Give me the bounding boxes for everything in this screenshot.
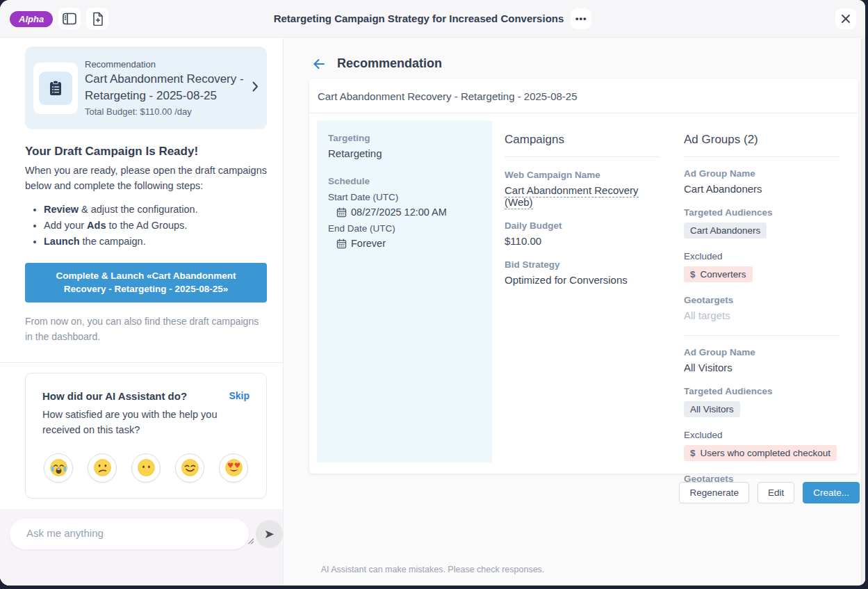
bid-strategy-label: Bid Strategy <box>505 259 660 270</box>
crying-face-icon <box>49 458 68 477</box>
new-document-icon <box>91 12 104 26</box>
new-chat-button[interactable] <box>86 8 108 30</box>
dashboard-note: From now on, you can also find these dra… <box>25 314 267 344</box>
draft-ready-intro: When you are ready, please open the draf… <box>25 163 267 194</box>
excluded-chip: $Converters <box>684 266 753 282</box>
excluded-label: Excluded <box>684 251 840 261</box>
ad-group-name-label: Ad Group Name <box>684 168 840 179</box>
top-bar-center: Retargeting Campaign Strategy for Increa… <box>0 8 865 29</box>
page-title: Recommendation <box>337 56 442 71</box>
chat-panel: Recommendation Cart Abandonment Recovery… <box>0 38 284 586</box>
excluded-chip: $Users who completed checkout <box>684 445 837 461</box>
close-button[interactable] <box>835 8 856 29</box>
arrow-left-icon <box>313 58 325 70</box>
regenerate-button[interactable]: Regenerate <box>679 482 749 503</box>
smiling-face-icon <box>181 458 199 477</box>
dollar-icon: $ <box>690 448 696 458</box>
emoji-confused-button[interactable] <box>88 453 117 483</box>
main-scrollbar-track[interactable] <box>861 38 865 586</box>
daily-budget-value: $110.00 <box>505 235 660 247</box>
end-date-label: End Date (UTC) <box>328 223 481 234</box>
feedback-title: How did our AI Assistant do? <box>42 390 187 402</box>
feedback-card: How did our AI Assistant do? Skip How sa… <box>25 373 267 499</box>
chat-input[interactable] <box>17 520 225 548</box>
draft-step: Launch the campaign. <box>44 236 267 247</box>
top-bar: Alpha Retargeting Cam <box>0 0 865 38</box>
recommendation-kicker: Recommendation <box>85 59 245 70</box>
send-button[interactable]: ➤ <box>256 520 283 548</box>
targeting-label: Targeting <box>328 133 481 143</box>
close-icon <box>841 14 851 24</box>
resize-handle-icon[interactable] <box>247 535 254 547</box>
calendar-icon <box>336 239 347 249</box>
end-date-row: Forever <box>336 238 481 249</box>
emoji-crying-button[interactable] <box>44 453 73 483</box>
start-date-value: 08/27/2025 12:00 AM <box>351 207 447 218</box>
feedback-emoji-row: ♥ ♥ <box>42 453 249 483</box>
ad-group-name-value: All Visitors <box>684 362 840 373</box>
chat-input-area: ➤ <box>0 509 283 586</box>
ad-group-name-value: Cart Abandoners <box>684 183 840 195</box>
chevron-right-icon[interactable] <box>252 81 260 95</box>
ellipsis-icon: ••• <box>575 13 587 24</box>
schedule-label: Schedule <box>328 176 481 186</box>
daily-budget-label: Daily Budget <box>505 220 660 231</box>
ad-group-item: Ad Group Name All Visitors Targeted Audi… <box>684 335 840 500</box>
ad-groups-column: Ad Groups (2) Ad Group Name Cart Abandon… <box>673 120 851 462</box>
draft-ready-heading: Your Draft Campaign Is Ready! <box>25 145 267 159</box>
emoji-neutral-button[interactable] <box>131 453 161 483</box>
svg-text:♥: ♥ <box>227 461 233 469</box>
create-button[interactable]: Create... <box>803 482 860 503</box>
complete-launch-button[interactable]: Complete & Launch «Cart Abandonment Reco… <box>25 263 267 302</box>
targeted-audiences-label: Targeted Audiences <box>684 386 840 396</box>
alpha-badge: Alpha <box>10 11 53 27</box>
detail-card-title: Cart Abandonment Recovery - Retargeting … <box>309 79 858 113</box>
recommendation-card-title: Cart Abandonment Recovery - Retargeting … <box>85 71 245 104</box>
edit-button[interactable]: Edit <box>758 482 794 503</box>
feedback-question: How satisfied are you with the help you … <box>42 408 230 438</box>
sidebar-toggle-button[interactable] <box>58 8 81 30</box>
section-divider <box>0 362 283 363</box>
campaigns-heading: Campaigns <box>505 124 660 157</box>
more-options-button[interactable]: ••• <box>571 8 591 29</box>
no-mouth-face-icon <box>137 458 156 477</box>
recommendation-card-text: Recommendation Cart Abandonment Recovery… <box>85 59 245 117</box>
calendar-icon <box>336 207 347 218</box>
recommendation-panel: Recommendation Cart Abandonment Recovery… <box>284 38 865 586</box>
start-date-label: Start Date (UTC) <box>328 192 481 202</box>
dollar-icon: $ <box>690 269 696 280</box>
web-campaign-name-link[interactable]: Cart Abandonment Recovery (Web) <box>505 184 639 209</box>
feedback-skip-link[interactable]: Skip <box>229 390 249 401</box>
targeting-value: Retargeting <box>328 147 481 159</box>
draft-step: Add your Ads to the Ad Groups. <box>44 220 267 231</box>
heart-eyes-face-icon: ♥ ♥ <box>224 458 243 477</box>
recommendation-summary-card[interactable]: Recommendation Cart Abandonment Recovery… <box>25 47 267 129</box>
audience-chip: Cart Abandoners <box>684 223 767 239</box>
send-arrow-icon: ➤ <box>264 526 275 542</box>
end-date-value: Forever <box>351 238 386 249</box>
recommendation-header: Recommendation <box>313 56 865 71</box>
geotargets-label: Geotargets <box>684 295 840 305</box>
back-button[interactable] <box>313 58 325 70</box>
emoji-heart-eyes-button[interactable]: ♥ ♥ <box>219 453 248 483</box>
ad-groups-heading: Ad Groups (2) <box>684 124 840 157</box>
recommendation-detail-card: Cart Abandonment Recovery - Retargeting … <box>309 79 858 474</box>
campaigns-column: Campaigns Web Campaign Name Cart Abandon… <box>493 120 671 462</box>
ad-group-name-label: Ad Group Name <box>684 347 840 357</box>
assistant-window: Alpha Retargeting Cam <box>0 0 865 586</box>
recommendation-icon-bg <box>39 72 72 105</box>
targeted-audiences-label: Targeted Audiences <box>684 207 840 218</box>
svg-text:♥: ♥ <box>234 461 240 469</box>
start-date-row: 08/27/2025 12:00 AM <box>336 207 481 218</box>
ad-group-item: Ad Group Name Cart Abandoners Targeted A… <box>684 168 840 321</box>
targeting-column: Targeting Retargeting Schedule Start Dat… <box>317 120 492 462</box>
geotargets-value: All targets <box>684 309 840 321</box>
feedback-header: How did our AI Assistant do? Skip <box>42 390 249 402</box>
confused-face-icon <box>93 458 112 477</box>
conversation-title: Retargeting Campaign Strategy for Increa… <box>274 13 564 24</box>
web-campaign-name-label: Web Campaign Name <box>505 170 660 180</box>
chat-scroll-area[interactable]: Recommendation Cart Abandonment Recovery… <box>0 38 283 509</box>
detail-card-body: Targeting Retargeting Schedule Start Dat… <box>309 113 858 473</box>
sidebar-toggle-icon <box>63 13 76 25</box>
emoji-smiling-button[interactable] <box>175 453 204 483</box>
